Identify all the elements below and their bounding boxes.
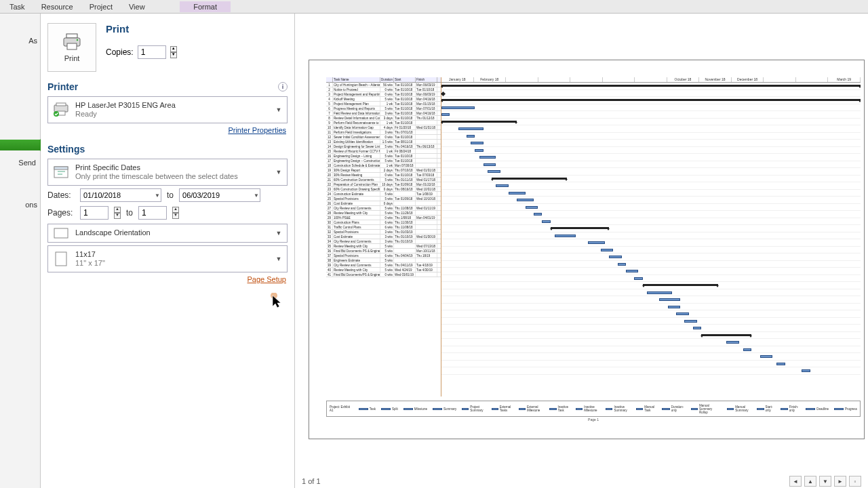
table-row: 40Review Meeting with City5 wksWed 4/24/… <box>326 268 441 272</box>
page-count: 1 of 1 <box>302 477 321 485</box>
table-row: 9Perform Field Reconnaissance to View Si… <box>326 121 441 125</box>
date-from-input[interactable] <box>80 188 161 202</box>
nav-save-as[interactable]: As <box>0 33 40 49</box>
printer-dropdown[interactable]: HP LaserJet P3015 ENG Area Ready ▼ <box>47 96 288 123</box>
pages-from-input[interactable] <box>80 206 108 220</box>
table-row: 10Identify Data Information Gap4 daysFri… <box>326 125 441 130</box>
svg-rect-12 <box>54 228 68 238</box>
ribbon-tabs: Task Resource Project View Format <box>0 0 868 14</box>
chevron-down-icon: ▼ <box>275 106 283 113</box>
svg-rect-2 <box>67 43 77 49</box>
table-row: 2360% Construction Drawing Specification… <box>326 187 441 192</box>
landscape-icon <box>52 224 70 242</box>
table-row: 17Engineering Design – Construction5 wks… <box>326 159 441 163</box>
svg-point-3 <box>77 39 78 41</box>
prev-page-button[interactable]: ◄ <box>789 476 802 487</box>
table-row: 2160% Construction Documents5 wksThu 01/… <box>326 178 441 182</box>
nav-options[interactable]: ons <box>0 197 40 213</box>
chevron-down-icon: ▼ <box>275 169 283 176</box>
table-row: 13Existing Utilities Identification1.5 w… <box>326 140 441 144</box>
tab-task[interactable]: Task <box>1 1 33 12</box>
preview-page: Task NameDurationStartFinish 1City of Hu… <box>309 60 865 439</box>
printer-properties-link[interactable]: Printer Properties <box>228 126 286 134</box>
page-setup-link[interactable]: Page Setup <box>248 275 287 283</box>
table-row: 5Project Management Plan1 wkTue 01/10/18… <box>326 102 441 106</box>
table-row: 2030% Review Meeting0 wksTue 01/10/18Tue… <box>326 173 441 178</box>
table-row: 35Review Meeting with City5 wksWed 07/13… <box>326 244 441 249</box>
table-row: 32Special Provisions3 wksThu 01/03/19 <box>326 230 441 235</box>
table-row: 8Review Detail Information and Compile B… <box>326 116 441 121</box>
table-row: 25Special Provisions5 wksTue 01/09/18Wed… <box>326 197 441 201</box>
backstage-nav: As Send ons <box>0 14 41 488</box>
up-button[interactable]: ▲ <box>804 476 816 487</box>
table-row: 24Construction Estimate5 wksTue 1/08/19 <box>326 192 441 197</box>
pages-from-spinner[interactable]: ▲▼ <box>114 207 121 219</box>
settings-heading: Settings <box>47 144 85 155</box>
svg-rect-13 <box>56 252 66 266</box>
table-row: 16Engineering Design – Lining5 wksTue 01… <box>326 154 441 159</box>
nav-send[interactable]: Send <box>0 150 40 175</box>
nav-print[interactable] <box>0 140 40 150</box>
table-row: 28Review Meeting with City5 wksThu 11/29… <box>326 211 441 216</box>
table-row: 3Project Management and Reporting0 wksTu… <box>326 92 441 97</box>
task-table: Task NameDurationStartFinish 1City of Hu… <box>326 77 441 396</box>
copies-input[interactable] <box>138 45 166 59</box>
svg-point-7 <box>54 111 59 117</box>
tab-format[interactable]: Format <box>180 1 231 12</box>
actual-size-button[interactable]: ▫ <box>849 476 861 487</box>
tab-project[interactable]: Project <box>81 1 121 12</box>
table-row: 14Design Engineering for Sewer Lining an… <box>326 144 441 149</box>
paper-size-dropdown[interactable]: 11x17 11" x 17" ▼ <box>47 245 288 272</box>
preview-status-bar: 1 of 1 ◄ ▲ ▼ ► ▫ <box>295 474 868 488</box>
down-button[interactable]: ▼ <box>819 476 831 487</box>
page-icon <box>52 250 70 268</box>
paper-size-sub: 11" x 17" <box>75 259 269 268</box>
tab-resource[interactable]: Resource <box>33 1 81 12</box>
table-row: 41Final Bid Documents/PS & Engineer Esti… <box>326 272 441 277</box>
table-row: 34City Review and Comments3 wksThu 01/10… <box>326 239 441 244</box>
print-button[interactable]: Print <box>47 23 96 72</box>
print-preview-area: Task NameDurationStartFinish 1City of Hu… <box>295 14 868 474</box>
copies-spinner[interactable]: ▲▼ <box>170 46 177 58</box>
nav-open[interactable] <box>0 57 40 65</box>
gantt-legend: Project: Exhibit A1TaskSplitMilestoneSum… <box>326 401 861 417</box>
print-title: Print <box>106 23 177 35</box>
table-row: 29100% PS&E0 wksThu 1/08/18Mon 04/01/19 <box>326 216 441 220</box>
print-range-dropdown[interactable]: Print Specific Dates Only print the time… <box>47 159 288 186</box>
table-row: 4Kickoff Meeting5 wksTue 01/10/18Mon 04/… <box>326 97 441 102</box>
print-range-title: Print Specific Dates <box>75 163 269 172</box>
table-row: 26Cost Estimate0 days <box>326 201 441 206</box>
table-row: 27City Review and Comments5 wksThu 11/08… <box>326 206 441 211</box>
calendar-range-icon <box>52 163 70 181</box>
next-page-button[interactable]: ► <box>834 476 846 487</box>
pages-to-input[interactable] <box>138 206 167 220</box>
dates-label: Dates: <box>47 190 75 200</box>
table-row: 12Sewer Initial Condition Assessment Sur… <box>326 135 441 140</box>
table-row: 30Construction Plans6 wksThu 11/30/18 <box>326 220 441 225</box>
svg-rect-5 <box>56 103 66 106</box>
pages-to-spinner[interactable]: ▲▼ <box>172 207 179 219</box>
table-row: 33Cost Estimate3 wksThu 01/10/19Wed 01/3… <box>326 235 441 239</box>
table-row: 39City Review and Comments5 wksThu 04/11… <box>326 263 441 268</box>
svg-rect-0 <box>66 34 77 38</box>
pages-to-label: to <box>126 208 133 218</box>
date-to-input[interactable] <box>179 188 260 202</box>
print-settings-panel: Print Print Copies: ▲▼ Printer i HP Lase… <box>41 14 295 488</box>
table-row: 18Construction Schedule & Estimate1 wkMo… <box>326 163 441 168</box>
orientation-value: Landscape Orientation <box>75 228 269 237</box>
table-row: 22Preparation of Construction Plan10 day… <box>326 182 441 187</box>
pages-label: Pages: <box>47 208 75 218</box>
printer-name: HP LaserJet P3015 ENG Area <box>75 101 269 110</box>
chevron-down-icon: ▼ <box>275 230 283 237</box>
table-row: 6Progress Meeting and Reports5 wksTue 01… <box>326 106 441 111</box>
printer-device-icon <box>52 101 70 119</box>
orientation-dropdown[interactable]: Landscape Orientation ▼ <box>47 224 288 243</box>
preview-page-number: Page 1 <box>326 418 861 422</box>
svg-rect-9 <box>54 167 68 169</box>
table-row: 38Engineers Estimate5 wks <box>326 258 441 263</box>
table-row: 1City of Huntington Beach – Atlanta 1 to… <box>326 83 441 87</box>
tab-view[interactable]: View <box>121 1 153 12</box>
printer-help-icon[interactable]: i <box>278 82 288 92</box>
table-row: 15Review of Historic Former CCTV Maps1 w… <box>326 149 441 154</box>
table-row: 7Field Review and Data Information3 wksT… <box>326 111 441 116</box>
